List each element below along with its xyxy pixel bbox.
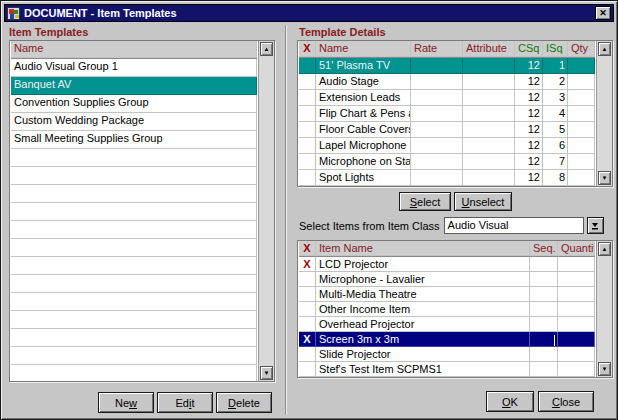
select-button[interactable]: Select bbox=[399, 192, 451, 211]
rate-cell bbox=[411, 58, 463, 74]
table-row[interactable]: Microphone - Lavalier bbox=[299, 272, 595, 287]
rate-cell bbox=[411, 138, 463, 154]
list-item[interactable]: Banquet AV bbox=[11, 77, 257, 95]
app-icon bbox=[7, 7, 20, 20]
selected-mark bbox=[299, 138, 316, 154]
quantity-cell bbox=[558, 257, 595, 272]
quantity-cell bbox=[558, 317, 595, 332]
column-header: CSq bbox=[515, 41, 543, 57]
isq-cell: 1 bbox=[543, 58, 568, 74]
seq-cell bbox=[530, 347, 558, 362]
template-details-table: XNameRateAttributeCSqISqQty 51' Plasma T… bbox=[297, 40, 613, 187]
item-templates-scrollbar[interactable]: ▲ ▼ bbox=[258, 41, 274, 381]
selected-mark bbox=[299, 170, 316, 186]
item-name-cell: Microphone - Lavalier bbox=[316, 272, 530, 287]
close-button[interactable]: Close bbox=[538, 391, 594, 412]
seq-cell bbox=[530, 257, 558, 272]
isq-cell: 3 bbox=[543, 90, 568, 106]
column-header: Qty bbox=[568, 41, 595, 57]
qty-cell bbox=[568, 138, 595, 154]
item-name-cell: 51' Plasma TV bbox=[316, 58, 411, 74]
table-row[interactable]: Spot Lights128 bbox=[299, 170, 595, 186]
attribute-cell bbox=[463, 74, 515, 90]
rate-cell bbox=[411, 90, 463, 106]
empty-cell bbox=[11, 167, 257, 185]
unselect-button[interactable]: Unselect bbox=[454, 192, 512, 211]
table-row[interactable]: XLCD Projector bbox=[299, 257, 595, 272]
scroll-up-icon[interactable]: ▲ bbox=[260, 42, 273, 56]
empty-row bbox=[11, 203, 257, 221]
scroll-down-icon[interactable]: ▼ bbox=[260, 366, 273, 380]
table-row[interactable]: Audio Stage122 bbox=[299, 74, 595, 90]
item-class-label: Select Items from Item Class bbox=[299, 220, 440, 232]
close-icon[interactable]: ✕ bbox=[595, 6, 611, 20]
qty-cell bbox=[568, 106, 595, 122]
table-row[interactable]: Multi-Media Theatre bbox=[299, 287, 595, 302]
template-details-scrollbar[interactable]: ▲ ▼ bbox=[596, 41, 612, 186]
table-row[interactable]: Lapel Microphone126 bbox=[299, 138, 595, 154]
list-item[interactable]: Small Meeting Supplies Group bbox=[11, 131, 257, 149]
list-item-label: Small Meeting Supplies Group bbox=[11, 131, 257, 149]
column-header: Name bbox=[316, 41, 411, 57]
empty-cell bbox=[11, 365, 257, 382]
column-header: Name bbox=[11, 41, 257, 58]
edit-button[interactable]: Edit bbox=[157, 392, 213, 413]
item-class-items-scrollbar[interactable]: ▲ ▼ bbox=[596, 241, 612, 377]
dropdown-arrow-icon[interactable] bbox=[587, 217, 604, 234]
list-item[interactable]: Custom Wedding Package bbox=[11, 113, 257, 131]
item-class-items-header: XItem NameSeq.Quantity bbox=[299, 241, 595, 257]
table-row[interactable]: Other Income Item bbox=[299, 302, 595, 317]
seq-cell bbox=[530, 332, 558, 347]
qty-cell bbox=[568, 154, 595, 170]
seq-cell bbox=[530, 287, 558, 302]
list-item[interactable]: Audio Visual Group 1 bbox=[11, 59, 257, 77]
item-name-cell: Screen 3m x 3m bbox=[316, 332, 530, 347]
item-class-combobox[interactable]: Audio Visual bbox=[444, 217, 584, 234]
table-row[interactable]: Flip Chart & Pens and penc124 bbox=[299, 106, 595, 122]
item-name-cell: Multi-Media Theatre bbox=[316, 287, 530, 302]
empty-row bbox=[11, 221, 257, 239]
scroll-down-icon[interactable]: ▼ bbox=[598, 362, 611, 376]
selected-mark: X bbox=[299, 332, 316, 347]
list-item[interactable]: Convention Supplies Group bbox=[11, 95, 257, 113]
table-row[interactable]: Floor Cable Covers125 bbox=[299, 122, 595, 138]
table-row[interactable]: Extension Leads123 bbox=[299, 90, 595, 106]
selected-mark bbox=[299, 362, 316, 377]
delete-button[interactable]: Delete bbox=[216, 392, 272, 413]
scroll-up-icon[interactable]: ▲ bbox=[598, 242, 611, 256]
selected-mark bbox=[299, 74, 316, 90]
qty-cell bbox=[568, 90, 595, 106]
quantity-cell bbox=[558, 362, 595, 377]
quantity-cell bbox=[558, 287, 595, 302]
scroll-down-icon[interactable]: ▼ bbox=[598, 171, 611, 185]
item-name-cell: Stef's Test Item SCPMS1 bbox=[316, 362, 530, 377]
scroll-up-icon[interactable]: ▲ bbox=[598, 42, 611, 56]
details-panel-title: Template Details bbox=[299, 26, 386, 38]
empty-row bbox=[11, 293, 257, 311]
item-templates-list: Name Audio Visual Group 1Banquet AVConve… bbox=[9, 40, 275, 382]
csq-cell: 12 bbox=[515, 58, 543, 74]
new-button[interactable]: New bbox=[98, 392, 154, 413]
empty-row bbox=[11, 311, 257, 329]
table-row[interactable]: Overhead Projector bbox=[299, 317, 595, 332]
column-header: Rate bbox=[411, 41, 463, 57]
selected-mark bbox=[299, 302, 316, 317]
item-class-items-table: XItem NameSeq.Quantity XLCD ProjectorMic… bbox=[297, 240, 613, 378]
empty-row bbox=[11, 365, 257, 382]
item-templates-dialog: DOCUMENT - Item Templates ✕ Item Templat… bbox=[0, 0, 618, 420]
table-row[interactable]: Slide Projector bbox=[299, 347, 595, 362]
isq-cell: 4 bbox=[543, 106, 568, 122]
table-row[interactable]: Microphone on Stand127 bbox=[299, 154, 595, 170]
item-name-cell: Lapel Microphone bbox=[316, 138, 411, 154]
table-row[interactable]: 51' Plasma TV121 bbox=[299, 58, 595, 74]
table-row[interactable]: Stef's Test Item SCPMS1 bbox=[299, 362, 595, 377]
ok-button[interactable]: OK bbox=[486, 391, 534, 412]
csq-cell: 12 bbox=[515, 170, 543, 186]
isq-cell: 7 bbox=[543, 154, 568, 170]
item-name-cell: Overhead Projector bbox=[316, 317, 530, 332]
list-item-label: Banquet AV bbox=[11, 77, 257, 95]
table-row[interactable]: XScreen 3m x 3m bbox=[299, 332, 595, 347]
isq-cell: 5 bbox=[543, 122, 568, 138]
rate-cell bbox=[411, 170, 463, 186]
attribute-cell bbox=[463, 90, 515, 106]
